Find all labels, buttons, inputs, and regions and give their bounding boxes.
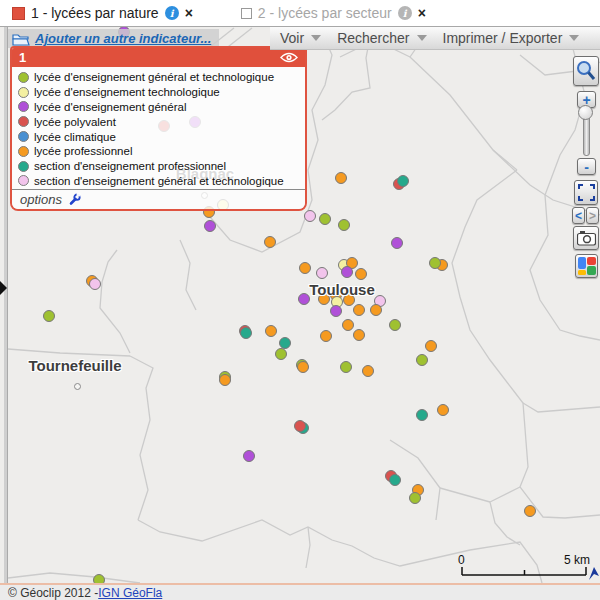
chevron-left-icon: < xyxy=(575,210,582,222)
map-point[interactable] xyxy=(437,404,449,416)
google-maps-button[interactable] xyxy=(575,254,598,278)
legend-color-dot xyxy=(18,175,29,186)
legend-options-link[interactable]: options xyxy=(20,192,62,207)
tab-label[interactable]: 2 - lycées par secteur xyxy=(258,5,392,21)
legend-color-dot xyxy=(18,101,29,112)
legend-color-dot xyxy=(18,146,29,157)
expand-panel-arrow-icon[interactable] xyxy=(0,281,7,295)
map-point[interactable] xyxy=(409,492,421,504)
legend-color-dot xyxy=(18,72,29,83)
add-indicator-link[interactable]: Ajouter un autre indicateur... xyxy=(35,31,211,46)
map-point[interactable] xyxy=(416,354,428,366)
history-forward-button[interactable]: > xyxy=(586,207,599,224)
info-icon[interactable]: i xyxy=(165,6,179,20)
map-point[interactable] xyxy=(353,304,365,316)
map-point[interactable] xyxy=(264,236,276,248)
menu-imprimer-exporter[interactable]: Imprimer / Exporter xyxy=(443,30,580,46)
menu-rechercher[interactable]: Rechercher xyxy=(337,30,426,46)
indicator-tab-bar: 1 - lycées par nature i × 2 - lycées par… xyxy=(0,0,600,27)
map-point[interactable] xyxy=(524,505,536,517)
history-back-button[interactable]: < xyxy=(572,207,585,224)
legend-item-label: lycée professionnel xyxy=(34,145,132,157)
map-point[interactable] xyxy=(298,293,310,305)
legend-item: lycée d'enseignement technologique xyxy=(18,85,305,100)
legend-item: lycée d'enseignement général et technolo… xyxy=(18,70,305,85)
map-point[interactable] xyxy=(275,348,287,360)
map-point[interactable] xyxy=(319,213,331,225)
map-point[interactable] xyxy=(219,374,231,386)
map-point[interactable] xyxy=(391,237,403,249)
indicator-color-swatch[interactable] xyxy=(12,7,25,20)
close-icon[interactable]: × xyxy=(418,6,426,20)
menu-label[interactable]: Imprimer / Exporter xyxy=(443,30,563,46)
legend-color-dot xyxy=(18,131,29,142)
map-point[interactable] xyxy=(320,330,332,342)
map-point[interactable] xyxy=(340,361,352,373)
legend-item: lycée polyvalent xyxy=(18,114,305,129)
map-point[interactable] xyxy=(297,361,309,373)
legend-item: section d'enseignement général et techno… xyxy=(18,174,305,189)
chevron-down-icon xyxy=(569,35,579,41)
legend-item: lycée professionnel xyxy=(18,144,305,159)
map-point[interactable] xyxy=(389,474,401,486)
legend-item-label: lycée d'enseignement général xyxy=(34,101,186,113)
map-point[interactable] xyxy=(279,337,291,349)
menu-voir[interactable]: Voir xyxy=(280,30,321,46)
city-label: Toulouse xyxy=(309,281,375,298)
menu-label[interactable]: Rechercher xyxy=(337,30,409,46)
map-point[interactable] xyxy=(362,365,374,377)
tab-lycees-par-secteur[interactable]: 2 - lycées par secteur i × xyxy=(231,0,436,26)
map-point[interactable] xyxy=(89,278,101,290)
map-point[interactable] xyxy=(299,262,311,274)
map-point[interactable] xyxy=(265,325,277,337)
map-point[interactable] xyxy=(425,340,437,352)
menu-label[interactable]: Voir xyxy=(280,30,304,46)
map-point[interactable] xyxy=(342,319,354,331)
legend-panel: 1 lycée d'enseignement général et techno… xyxy=(10,46,307,211)
map-point[interactable] xyxy=(240,327,252,339)
map-point[interactable] xyxy=(43,310,55,322)
map-point[interactable] xyxy=(204,220,216,232)
map-point[interactable] xyxy=(416,409,428,421)
zoom-tool-button[interactable] xyxy=(573,56,599,86)
tab-lycees-par-nature[interactable]: 1 - lycées par nature i × xyxy=(2,0,203,26)
map-point[interactable] xyxy=(338,219,350,231)
wrench-icon[interactable] xyxy=(68,193,81,206)
map-point[interactable] xyxy=(397,175,409,187)
chevron-right-icon: > xyxy=(589,210,596,222)
legend-options-row: options xyxy=(12,189,305,209)
map-point[interactable] xyxy=(335,172,347,184)
legend-color-dot xyxy=(18,116,29,127)
map-point[interactable] xyxy=(389,319,401,331)
zoom-out-button[interactable]: - xyxy=(577,158,596,175)
legend-items: lycée d'enseignement général et technolo… xyxy=(12,67,305,189)
chevron-down-icon xyxy=(311,35,321,41)
close-icon[interactable]: × xyxy=(185,6,193,20)
zoom-slider-knob[interactable] xyxy=(578,105,593,120)
map-point[interactable] xyxy=(370,304,382,316)
map-point[interactable] xyxy=(294,420,306,432)
visibility-eye-icon[interactable] xyxy=(280,52,298,63)
ign-geofla-link[interactable]: IGN GéoFla xyxy=(98,586,162,600)
map-point[interactable] xyxy=(304,210,316,222)
legend-title: 1 xyxy=(19,50,26,65)
info-icon[interactable]: i xyxy=(398,6,412,20)
map-point[interactable] xyxy=(429,257,441,269)
full-extent-button[interactable] xyxy=(574,180,598,205)
legend-item: lycée climatique xyxy=(18,129,305,144)
screenshot-button[interactable] xyxy=(573,226,599,250)
map-point[interactable] xyxy=(353,329,365,341)
legend-header[interactable]: 1 xyxy=(12,48,305,67)
legend-item: section d'enseignement professionnel xyxy=(18,159,305,174)
tab-label[interactable]: 1 - lycées par nature xyxy=(31,5,159,21)
chevron-down-icon xyxy=(417,35,427,41)
map-point[interactable] xyxy=(243,450,255,462)
indicator-checkbox[interactable] xyxy=(241,8,252,19)
magnifier-icon xyxy=(575,59,597,83)
panel-divider xyxy=(4,27,8,583)
map-point[interactable] xyxy=(341,266,353,278)
map-point[interactable] xyxy=(330,305,342,317)
map-point[interactable] xyxy=(355,268,367,280)
map-point[interactable] xyxy=(316,267,328,279)
menu-bar: VoirRechercherImprimer / Exporter xyxy=(270,27,600,50)
